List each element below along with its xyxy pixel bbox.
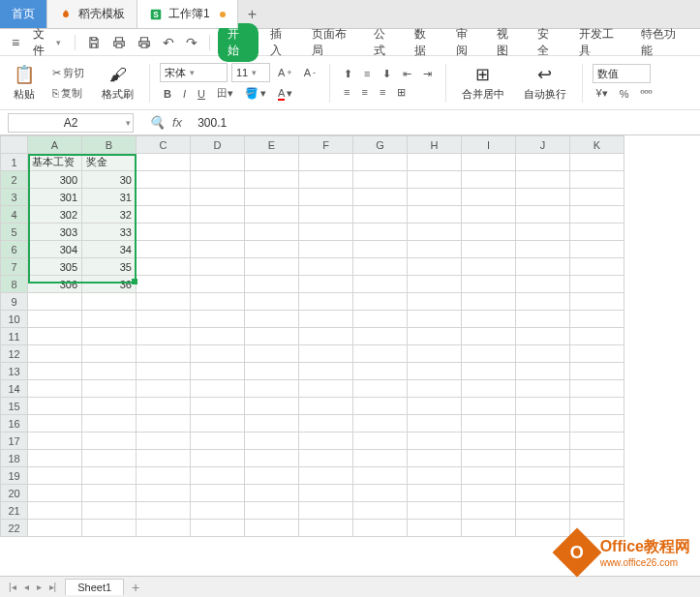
cell[interactable] [516,224,570,241]
cell[interactable] [299,363,353,380]
cell[interactable] [137,485,191,502]
cell[interactable] [28,467,82,485]
cell[interactable]: 304 [28,241,82,258]
cell[interactable] [299,224,353,241]
cell[interactable] [191,276,245,293]
cell[interactable] [570,398,624,415]
cell[interactable] [516,189,570,206]
cell[interactable] [516,293,570,311]
menu-tab-special[interactable]: 特色功能 [633,23,692,62]
cell[interactable] [516,328,570,345]
file-menu[interactable]: 文件 ▾ [27,24,67,61]
cell[interactable] [245,433,299,450]
hamburger-icon[interactable]: ≡ [8,33,23,52]
cell[interactable] [408,206,462,224]
cell[interactable] [570,206,624,224]
sheet-nav-last[interactable]: ▸| [46,582,60,592]
cell[interactable] [570,502,624,520]
row-header[interactable]: 22 [1,520,28,537]
cell[interactable] [570,380,624,398]
merge-split-button[interactable]: ⊞ [393,84,410,101]
cell[interactable] [353,467,408,485]
cell[interactable] [137,154,191,171]
cell[interactable] [516,345,570,363]
cell[interactable] [353,241,408,258]
cell[interactable] [353,171,408,189]
cell[interactable] [137,502,191,520]
cell[interactable] [191,380,245,398]
cell[interactable] [353,311,408,328]
cell[interactable] [28,345,82,363]
cell[interactable] [82,311,137,328]
col-header[interactable]: J [516,136,570,154]
menu-tab-formula[interactable]: 公式 [366,23,403,62]
cell[interactable] [137,345,191,363]
percent-button[interactable]: % [616,86,633,102]
cell[interactable] [191,311,245,328]
merge-center-button[interactable]: ⊞ 合并居中 [456,62,510,104]
cell[interactable] [137,241,191,258]
cell[interactable] [408,398,462,415]
indent-increase-button[interactable]: ⇥ [419,66,436,82]
cell[interactable] [408,311,462,328]
cell[interactable]: 33 [82,224,137,241]
cell[interactable] [137,171,191,189]
cell[interactable] [137,258,191,276]
cell[interactable] [516,171,570,189]
cell[interactable] [191,258,245,276]
cell[interactable] [245,293,299,311]
cell[interactable] [570,224,624,241]
cell[interactable] [82,415,137,433]
cell[interactable] [245,171,299,189]
cell[interactable] [82,485,137,502]
cell[interactable] [28,293,82,311]
cell[interactable] [82,293,137,311]
tab-workbook[interactable]: S 工作簿1 [137,0,238,28]
cell[interactable] [82,467,137,485]
cell[interactable] [137,450,191,467]
undo-icon[interactable]: ↶ [159,33,178,52]
cell[interactable] [137,415,191,433]
cell[interactable] [353,398,408,415]
cell[interactable] [353,363,408,380]
cell[interactable] [516,258,570,276]
cell[interactable]: 300 [28,171,82,189]
cell[interactable] [570,171,624,189]
cell[interactable] [245,154,299,171]
cell[interactable] [299,171,353,189]
col-header[interactable]: H [408,136,462,154]
cell[interactable] [191,206,245,224]
cell[interactable] [408,467,462,485]
cell[interactable] [82,380,137,398]
paste-button[interactable]: 📋 粘贴 [8,62,41,104]
cell[interactable] [462,328,516,345]
cell[interactable] [516,206,570,224]
col-header[interactable]: D [191,136,245,154]
row-header[interactable]: 8 [1,276,28,293]
cell[interactable] [191,171,245,189]
cell[interactable]: 306 [28,276,82,293]
cell[interactable] [299,485,353,502]
cell[interactable] [408,485,462,502]
cell[interactable] [462,189,516,206]
menu-tab-insert[interactable]: 插入 [262,23,299,62]
cell[interactable] [137,293,191,311]
cell[interactable] [137,433,191,450]
cell[interactable] [516,154,570,171]
row-header[interactable]: 21 [1,502,28,520]
cell[interactable] [191,398,245,415]
row-header[interactable]: 11 [1,328,28,345]
col-header[interactable]: C [137,136,191,154]
cell[interactable] [245,467,299,485]
cell[interactable] [570,363,624,380]
cell[interactable]: 基本工资 [28,154,82,171]
cell[interactable] [408,450,462,467]
cell[interactable] [462,450,516,467]
copy-button[interactable]: ⎘复制 [48,84,88,103]
cell[interactable]: 34 [82,241,137,258]
cut-button[interactable]: ✂剪切 [48,64,88,82]
cell[interactable] [137,311,191,328]
cell[interactable] [82,450,137,467]
add-sheet-button[interactable]: + [124,580,147,595]
cell[interactable] [245,328,299,345]
